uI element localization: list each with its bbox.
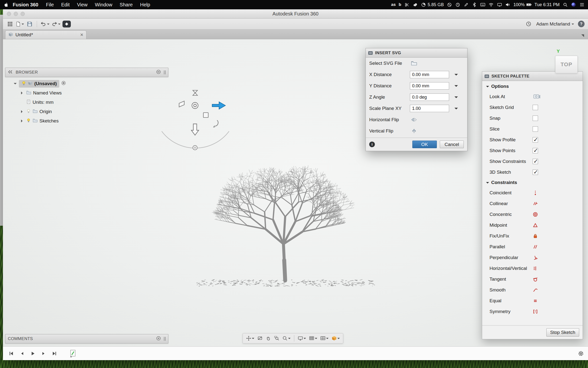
browser-item-units[interactable]: Units: mm xyxy=(5,98,133,107)
scale-plane-input[interactable] xyxy=(410,105,449,112)
browser-collapse-icon[interactable] xyxy=(8,70,13,75)
options-section-header[interactable]: Options xyxy=(482,81,583,91)
sketch-grid-checkbox[interactable] xyxy=(533,105,538,110)
root-expander-icon[interactable] xyxy=(14,83,17,86)
status-battery[interactable]: 100% xyxy=(514,2,532,7)
z-angle-input[interactable] xyxy=(410,93,449,101)
browser-item-origin[interactable]: Origin xyxy=(5,107,133,116)
save-button[interactable] xyxy=(26,20,33,28)
viewcube[interactable]: TOP xyxy=(555,56,578,73)
siri-icon[interactable] xyxy=(571,2,576,7)
design-canvas[interactable]: BROWSER (Unsaved) xyxy=(3,39,588,346)
menubar-app-name[interactable]: Fusion 360 xyxy=(9,2,42,8)
3d-sketch-checkbox[interactable] xyxy=(533,170,538,175)
show-constraints-checkbox[interactable] xyxy=(533,159,538,164)
status-memory[interactable]: 5.85 GB xyxy=(421,2,444,7)
y-axis-arrow[interactable] xyxy=(191,124,199,135)
origin-expander-icon[interactable] xyxy=(21,110,24,113)
browser-item-named-views[interactable]: Named Views xyxy=(5,88,133,98)
pan-hand-button[interactable] xyxy=(264,334,272,342)
show-points-checkbox[interactable] xyxy=(533,148,538,153)
step-forward-button[interactable] xyxy=(39,349,48,358)
user-account-menu[interactable]: Adam Mcfarland xyxy=(536,21,574,27)
spotlight-icon[interactable] xyxy=(563,2,568,7)
browser-drag-grip[interactable] xyxy=(164,70,166,74)
file-menu-button[interactable] xyxy=(16,20,24,28)
zoom-window-button[interactable] xyxy=(273,334,281,342)
menu-file[interactable]: File xyxy=(42,2,57,8)
x-distance-input[interactable] xyxy=(410,71,449,78)
redo-button[interactable] xyxy=(51,20,61,28)
pencil-icon[interactable] xyxy=(464,2,469,7)
browser-options-icon[interactable] xyxy=(156,69,161,76)
comments-drag-grip[interactable] xyxy=(164,337,166,341)
app-grid-button[interactable] xyxy=(6,20,14,28)
constraint-horizontal-vertical[interactable]: Horizontal/Vertical xyxy=(482,263,583,274)
display-settings-button[interactable] xyxy=(296,334,307,342)
constraint-collinear[interactable]: Collinear xyxy=(482,198,583,209)
ok-button[interactable]: OK xyxy=(412,141,437,148)
time-machine-icon[interactable] xyxy=(455,2,461,7)
stop-sketch-button[interactable]: Stop Sketch xyxy=(546,328,579,337)
extensions-badge[interactable] xyxy=(62,21,71,27)
root-document-pill[interactable]: (Unsaved) xyxy=(19,80,59,88)
orbit-pan-button[interactable] xyxy=(245,334,256,342)
constraints-section-header[interactable]: Constraints xyxy=(482,178,583,187)
scale-plane-dropdown-caret[interactable] xyxy=(454,108,458,111)
constraint-perpendicular[interactable]: Perpendicular xyxy=(482,252,583,263)
constraint-smooth[interactable]: Smooth xyxy=(482,285,583,295)
step-back-button[interactable] xyxy=(18,349,26,358)
snap-checkbox[interactable] xyxy=(533,116,538,121)
show-profile-checkbox[interactable] xyxy=(533,137,538,143)
named-views-expander-icon[interactable] xyxy=(21,92,24,94)
rotate-arc-handle[interactable] xyxy=(215,120,218,126)
wifi-icon[interactable] xyxy=(489,2,494,7)
menu-view[interactable]: View xyxy=(73,2,91,8)
grid-settings-button[interactable] xyxy=(308,334,318,342)
constraint-parallel[interactable]: Parallel xyxy=(482,241,583,252)
x-axis-arrow[interactable] xyxy=(212,102,225,109)
info-icon[interactable] xyxy=(369,142,375,147)
undo-button[interactable] xyxy=(40,20,49,28)
rotate-ring-handle[interactable] xyxy=(193,145,197,150)
go-to-start-button[interactable] xyxy=(7,349,16,358)
volume-icon[interactable] xyxy=(505,2,511,7)
go-to-end-button[interactable] xyxy=(50,349,59,358)
cancel-button[interactable]: Cancel xyxy=(440,141,464,148)
status-app-icon-1[interactable] xyxy=(404,2,410,7)
visibility-bulb-icon[interactable] xyxy=(21,81,26,87)
viewports-button[interactable] xyxy=(319,334,330,342)
z-angle-dropdown-caret[interactable] xyxy=(454,96,458,100)
status-app-icon-2[interactable] xyxy=(413,2,418,7)
menu-share[interactable]: Share xyxy=(116,2,136,8)
x-distance-dropdown-caret[interactable] xyxy=(454,74,458,77)
play-button[interactable] xyxy=(28,349,37,358)
constraint-coincident[interactable]: Coincident xyxy=(482,187,583,198)
notification-center-icon[interactable] xyxy=(579,2,585,7)
giz-center-handle[interactable] xyxy=(192,103,198,109)
tab-untitled[interactable]: Untitled* × xyxy=(5,30,86,39)
timeline-settings-gear-icon[interactable] xyxy=(578,350,584,357)
status-icon-as[interactable]: as xyxy=(391,2,396,7)
constraint-symmetry[interactable]: Symmetry xyxy=(482,306,583,317)
tab-close-icon[interactable]: × xyxy=(80,32,83,38)
flip-handle-icon[interactable] xyxy=(193,90,197,95)
zoom-button[interactable] xyxy=(21,12,25,16)
status-icon-b[interactable]: b xyxy=(399,2,401,7)
insert-svg-dialog-header[interactable]: INSERT SVG xyxy=(366,48,467,58)
close-button[interactable] xyxy=(7,12,11,16)
add-comment-icon[interactable] xyxy=(156,336,161,342)
menubar-clock[interactable]: Tue 6:31 PM xyxy=(535,2,560,7)
menu-edit[interactable]: Edit xyxy=(58,2,73,8)
do-not-disturb-icon[interactable] xyxy=(447,2,452,7)
constraint-equal[interactable]: Equal xyxy=(482,295,583,306)
look-at-view-button[interactable] xyxy=(256,334,264,342)
display-mirroring-icon[interactable] xyxy=(497,2,502,7)
browser-root-row[interactable]: (Unsaved) xyxy=(5,79,133,88)
help-button[interactable]: ? xyxy=(578,21,585,27)
minimize-button[interactable] xyxy=(14,12,18,16)
vertical-flip-button[interactable] xyxy=(410,128,418,134)
apple-menu-icon[interactable] xyxy=(3,2,9,7)
bluetooth-icon[interactable] xyxy=(472,2,477,7)
zoom-button[interactable] xyxy=(281,334,292,342)
